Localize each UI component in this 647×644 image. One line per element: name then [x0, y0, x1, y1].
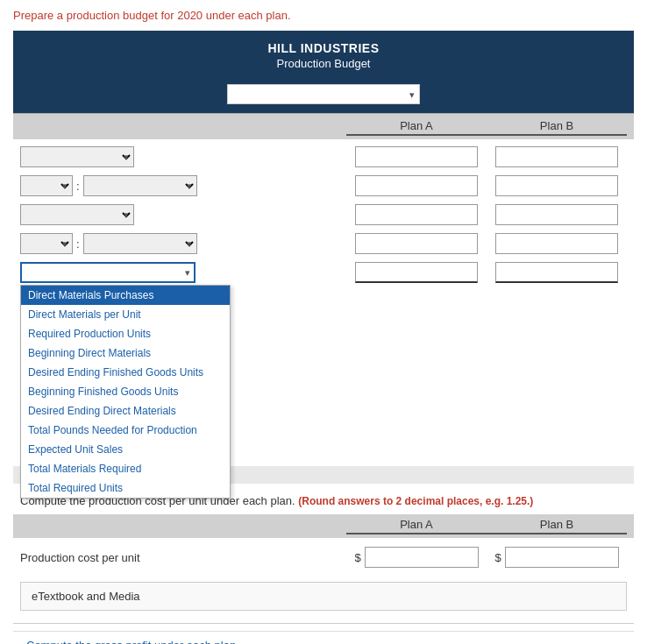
row2-plan-a-cell — [346, 175, 487, 196]
budget-row-3 — [20, 201, 627, 230]
row5-plan-a-input[interactable] — [355, 262, 478, 283]
dollar-sign-a: $ — [354, 551, 360, 564]
row4-plan-b-input[interactable] — [495, 233, 618, 254]
cost-plan-a-input[interactable] — [365, 547, 479, 568]
budget-row-2: : — [20, 172, 627, 201]
cost-plan-a-cell: $ — [346, 547, 487, 568]
row-2-label: : — [20, 175, 346, 196]
row3-plan-b-input[interactable] — [495, 204, 618, 225]
dollar-sign-b: $ — [494, 551, 501, 564]
budget-row-1 — [20, 143, 627, 172]
bottom-instructions: Compute the gross profit under each plan… — [26, 639, 239, 644]
cost-section: Production cost per unit $ $ — [13, 538, 634, 577]
dropdown-item-7[interactable]: Desired Ending Direct Materials — [21, 401, 230, 421]
dropdown-open-list: Direct Materials Purchases Direct Materi… — [20, 285, 231, 499]
page-wrapper: Prepare a production budget for 2020 und… — [0, 0, 647, 644]
header-box: HILL INDUSTRIES Production Budget — [13, 31, 634, 79]
bottom-section: Compute the gross profit under each plan… — [13, 631, 634, 644]
row2-dropdown-a[interactable] — [20, 175, 73, 196]
row2-dropdown-b[interactable] — [83, 175, 197, 196]
row2-plan-a-input[interactable] — [355, 175, 478, 196]
row-1-label — [20, 146, 346, 167]
row2-select-wrapper-b — [83, 175, 197, 196]
dropdown-item-3[interactable]: Required Production Units — [21, 324, 230, 343]
row4-colon: : — [76, 237, 80, 251]
row-4-label: : — [20, 233, 346, 254]
row1-dropdown[interactable] — [20, 146, 134, 167]
dropdown-item-2[interactable]: Direct Materials per Unit — [21, 305, 230, 324]
budget-row-4: : — [20, 230, 627, 258]
cost-column-headers: Plan A Plan B — [13, 514, 634, 538]
dropdown-item-9[interactable]: Expected Unit Sales — [21, 440, 230, 459]
row5-dropdown[interactable] — [20, 262, 196, 283]
row1-plan-b-cell — [487, 146, 627, 167]
company-title: HILL INDUSTRIES — [22, 41, 625, 55]
dropdown-item-4[interactable]: Beginning Direct Materials — [21, 343, 230, 363]
year-dropdown[interactable]: 2020 — [227, 84, 420, 104]
row1-plan-a-cell — [346, 146, 487, 167]
row4-plan-b-cell — [487, 233, 627, 254]
row3-plan-a-input[interactable] — [355, 204, 478, 225]
cost-row: Production cost per unit $ $ — [20, 543, 627, 571]
row4-dropdown-b[interactable] — [83, 233, 197, 254]
year-select-wrapper: 2020 — [227, 84, 420, 104]
divider — [13, 623, 634, 624]
plan-a-header: Plan A — [346, 117, 487, 136]
etextbook-label: eTextbook and Media — [32, 590, 140, 603]
round-note: (Round answers to 2 decimal places, e.g.… — [298, 495, 533, 507]
cost-plan-a-header: Plan A — [346, 518, 487, 534]
row-5-label: Direct Materials Purchases Direct Materi… — [20, 262, 346, 283]
row1-plan-b-input[interactable] — [495, 146, 618, 167]
dropdown-item-6[interactable]: Beginning Finished Goods Units — [21, 382, 230, 401]
row5-plan-b-input[interactable] — [495, 262, 618, 283]
header-dropdown-row: 2020 — [13, 79, 634, 113]
row4-dropdown-a[interactable] — [20, 233, 73, 254]
row3-select-wrapper — [20, 204, 134, 225]
dropdown-item-11[interactable]: Total Required Units — [21, 478, 230, 498]
budget-title: Production Budget — [22, 57, 625, 70]
top-instructions: Prepare a production budget for 2020 und… — [13, 9, 634, 22]
cost-plan-b-cell: $ — [487, 547, 627, 568]
dropdown-item-8[interactable]: Total Pounds Needed for Production — [21, 421, 230, 440]
row-3-label — [20, 204, 346, 225]
etextbook-section: eTextbook and Media — [13, 577, 634, 616]
dropdown-item-10[interactable]: Total Materials Required — [21, 459, 230, 478]
row4-select-wrapper-b — [83, 233, 197, 254]
row3-plan-a-cell — [346, 204, 487, 225]
row2-plan-b-cell — [487, 175, 627, 196]
row5-select-wrapper — [20, 262, 196, 283]
cost-plan-b-input[interactable] — [505, 547, 619, 568]
row5-plan-a-cell — [346, 262, 487, 283]
row3-dropdown[interactable] — [20, 204, 134, 225]
row2-colon: : — [76, 180, 80, 193]
row5-open-dropdown-wrapper: Direct Materials Purchases Direct Materi… — [20, 262, 196, 283]
row4-plan-a-input[interactable] — [355, 233, 478, 254]
dropdown-item-5[interactable]: Desired Ending Finished Goods Units — [21, 363, 230, 382]
dropdown-item-1[interactable]: Direct Materials Purchases — [21, 286, 230, 305]
row1-plan-a-input[interactable] — [355, 146, 478, 167]
cost-plan-b-header: Plan B — [487, 518, 627, 534]
row4-plan-a-cell — [346, 233, 487, 254]
row4-select-wrapper-a — [20, 233, 73, 254]
cost-label: Production cost per unit — [20, 551, 346, 564]
row2-select-wrapper-a — [20, 175, 73, 196]
row5-plan-b-cell — [487, 262, 627, 283]
row2-plan-b-input[interactable] — [495, 175, 618, 196]
etextbook-box: eTextbook and Media — [20, 582, 627, 611]
row3-plan-b-cell — [487, 204, 627, 225]
plan-b-header: Plan B — [487, 117, 627, 136]
column-headers: Plan A Plan B — [13, 113, 634, 139]
row1-select-wrapper — [20, 146, 134, 167]
budget-table: : — [13, 139, 634, 291]
budget-row-5: Direct Materials Purchases Direct Materi… — [20, 258, 627, 287]
